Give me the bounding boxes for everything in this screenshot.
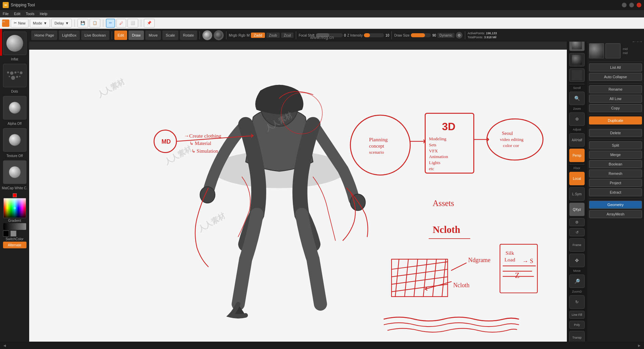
- rotate-btn[interactable]: ↻: [569, 295, 585, 309]
- boolean-btn[interactable]: Boolean: [589, 160, 642, 168]
- menu-help[interactable]: Help: [40, 12, 47, 16]
- floor-label: Floor: [574, 166, 581, 170]
- matcap-preview[interactable]: [3, 160, 26, 184]
- zoom-btn[interactable]: 🔍: [569, 92, 585, 105]
- eraser-button[interactable]: ⬜: [127, 19, 138, 28]
- frame-btn[interactable]: Frame: [569, 238, 585, 252]
- extract-btn[interactable]: Extract: [589, 188, 642, 196]
- merge-btn[interactable]: Merge: [589, 151, 642, 159]
- local-btn[interactable]: Local: [569, 172, 585, 185]
- color-red-swatch[interactable]: [13, 193, 17, 197]
- tab-home[interactable]: Home Page: [31, 31, 57, 40]
- save-button[interactable]: 💾: [77, 19, 88, 28]
- z-intensity-label: Z Intensity: [347, 34, 363, 37]
- small-btn-2[interactable]: ↺: [569, 228, 585, 236]
- zoomd-btn[interactable]: 🔎: [569, 275, 585, 288]
- tab-edit[interactable]: Edit: [114, 31, 127, 40]
- brush-tool-icon[interactable]: [202, 30, 212, 40]
- dynamic-btn[interactable]: Dynamic: [437, 33, 454, 38]
- duplicate-btn[interactable]: Duplicate: [589, 116, 642, 124]
- move-btn[interactable]: ✥: [569, 254, 585, 267]
- delete-btn[interactable]: Delete: [589, 129, 642, 137]
- persp-btn[interactable]: Persp: [569, 149, 585, 162]
- gear-icon[interactable]: ⚙: [456, 32, 463, 39]
- list-all-btn[interactable]: List All: [589, 63, 642, 71]
- separator6: [589, 199, 642, 199]
- subtool-preview-2[interactable]: [605, 43, 621, 58]
- rename-btn[interactable]: Rename: [589, 85, 642, 93]
- close-btn[interactable]: [637, 3, 641, 7]
- marker-button[interactable]: 🖊: [116, 19, 126, 28]
- tab-move[interactable]: Move: [145, 31, 161, 40]
- material-icon[interactable]: [214, 30, 224, 40]
- mrgb-btn[interactable]: Mrgb: [229, 33, 237, 37]
- subtool-avatar-2[interactable]: [569, 53, 585, 66]
- subtool-avatar-3[interactable]: [569, 68, 585, 82]
- zsub-btn[interactable]: Zsub: [266, 33, 280, 38]
- m-btn[interactable]: M: [247, 33, 250, 37]
- z-intensity-slider[interactable]: [364, 33, 384, 37]
- draw-size-slider[interactable]: [411, 33, 431, 37]
- lsym-btn[interactable]: L.Sym: [569, 187, 585, 201]
- mode-button[interactable]: Mode ▼: [30, 19, 50, 28]
- poly-btn[interactable]: Poly: [569, 321, 585, 329]
- z-intensity-val: 10: [385, 34, 389, 37]
- menu-edit[interactable]: Edit: [14, 12, 20, 16]
- geometry-btn[interactable]: Geometry: [589, 201, 642, 209]
- separator6: [465, 31, 465, 39]
- svg-text:Ncloth: Ncloth: [453, 282, 470, 289]
- tab-lightbox[interactable]: LightBox: [59, 31, 80, 40]
- alpha-off-preview[interactable]: [3, 96, 26, 119]
- delay-button[interactable]: Delay ▼: [51, 19, 72, 28]
- minimize-btn[interactable]: [622, 3, 627, 7]
- split-btn[interactable]: Split: [589, 141, 642, 149]
- copy-btn[interactable]: Copy: [589, 104, 642, 112]
- menu-file[interactable]: File: [3, 12, 9, 16]
- separator5: [589, 139, 642, 140]
- maximize-btn[interactable]: [629, 3, 634, 7]
- aahalf-btn[interactable]: AAHalf: [569, 133, 585, 147]
- tab-scale[interactable]: Scale: [162, 31, 178, 40]
- svg-line-36: [433, 259, 436, 297]
- arraymesh-btn[interactable]: ArrayMesh: [589, 210, 642, 218]
- texture-off-preview[interactable]: [3, 128, 26, 152]
- inflate-brush-preview[interactable]: [3, 32, 26, 55]
- svg-text:3D: 3D: [442, 121, 455, 133]
- mid-label-2: mid: [623, 51, 628, 55]
- project-btn[interactable]: Project: [589, 179, 642, 187]
- svg-line-37: [442, 259, 446, 297]
- all-low-btn[interactable]: All Low: [589, 95, 642, 103]
- hue-picker[interactable]: [3, 198, 26, 218]
- tab-live-boolean[interactable]: Live Boolean: [81, 31, 109, 40]
- rgb-btn[interactable]: Rgb: [238, 33, 245, 37]
- pin-button[interactable]: 📌: [144, 19, 155, 28]
- auto-collapse-btn[interactable]: Auto Collapse: [589, 73, 642, 81]
- linefill-btn[interactable]: Line Fill: [569, 311, 585, 319]
- alternate-button[interactable]: Alternate: [3, 242, 26, 248]
- color-gray[interactable]: [10, 231, 16, 237]
- canvas-area[interactable]: 人人素材 人人素材 人人素材 人人素材: [29, 50, 567, 349]
- zcut-btn[interactable]: Zcut: [281, 33, 293, 38]
- adjust-btn[interactable]: ⚙: [569, 112, 585, 126]
- copy-button[interactable]: 📋: [90, 19, 100, 28]
- menu-tools[interactable]: Tools: [26, 12, 35, 16]
- zbrush-topbar: Home Page LightBox Live Boolean Edit Dra…: [29, 29, 644, 42]
- xyz-btn[interactable]: QXyz: [569, 203, 585, 216]
- zadd-btn[interactable]: Zadd: [251, 33, 265, 38]
- title-bar: ✂ Snipping Tool: [0, 0, 644, 10]
- subtool-avatars: mid mid: [589, 43, 642, 58]
- subtool-preview-1[interactable]: [589, 43, 604, 58]
- remesh-btn[interactable]: Remesh: [589, 169, 642, 178]
- pen-button[interactable]: ✏: [106, 19, 115, 28]
- separator: [74, 19, 75, 27]
- small-btn-1[interactable]: ⚙: [569, 218, 585, 226]
- focal-shift-slider[interactable]: [316, 33, 343, 37]
- color-black[interactable]: [3, 231, 9, 237]
- new-button[interactable]: ✂ New: [11, 19, 29, 28]
- tab-rotate[interactable]: Rotate: [180, 31, 197, 40]
- svg-text:Assets: Assets: [433, 199, 454, 208]
- dots-brush-preview[interactable]: [3, 64, 26, 87]
- gradient-strip[interactable]: [3, 223, 26, 230]
- window-title: Snipping Tool: [11, 3, 35, 7]
- tab-draw[interactable]: Draw: [128, 31, 144, 40]
